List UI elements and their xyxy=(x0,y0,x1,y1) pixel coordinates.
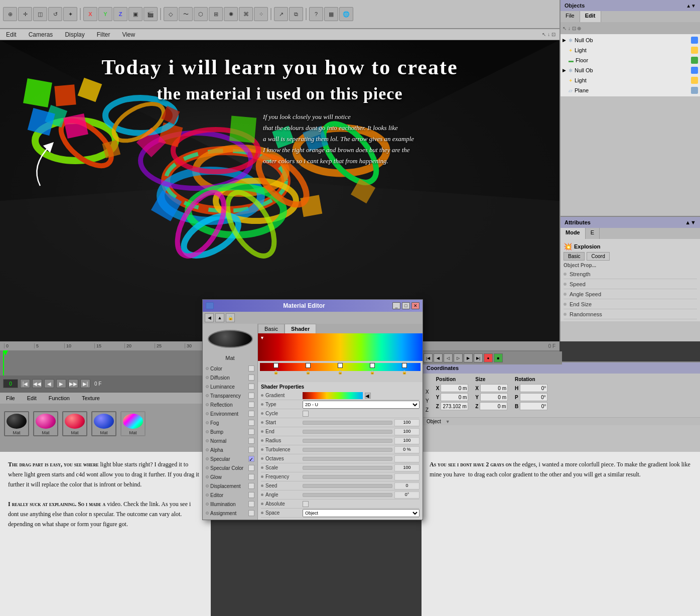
prop-check-diffusion[interactable] xyxy=(248,375,254,381)
prop-check-env[interactable] xyxy=(248,411,254,417)
play-end-btn[interactable]: ▶| xyxy=(80,379,90,388)
tab-basic[interactable]: Basic xyxy=(258,324,285,333)
prop-check-assignment[interactable] xyxy=(248,510,254,516)
frequency-slider[interactable] xyxy=(303,475,392,479)
prop-check-bump[interactable] xyxy=(248,429,254,435)
mat-item-0[interactable]: Mat xyxy=(4,411,29,436)
pb-next[interactable]: ▶ xyxy=(464,353,473,362)
seed-slider[interactable] xyxy=(303,484,392,488)
radius-slider[interactable] xyxy=(303,439,392,443)
menu-view[interactable]: View xyxy=(120,30,137,39)
prop-check-normal[interactable] xyxy=(248,438,254,444)
tab-edit[interactable]: Edit xyxy=(580,11,601,22)
radius-val[interactable]: 100 xyxy=(394,437,419,444)
prop-check-specular[interactable]: ✓ xyxy=(248,456,254,462)
grad-stop-1[interactable]: 🔒 xyxy=(306,363,311,368)
gradient-swatch[interactable] xyxy=(303,392,363,399)
cycle-check[interactable] xyxy=(303,411,309,417)
space-select[interactable]: Object xyxy=(303,509,419,517)
prop-check-editor[interactable] xyxy=(248,492,254,498)
clap-icon[interactable]: 🎬 xyxy=(144,7,158,21)
pb-prev[interactable]: ◀ xyxy=(434,353,443,362)
menu-edit[interactable]: Edit xyxy=(4,30,19,39)
rotate-icon[interactable]: ◫ xyxy=(33,7,47,21)
scale-val[interactable]: 100 xyxy=(394,464,419,471)
prop-check-reflection[interactable] xyxy=(248,402,254,408)
end-slider[interactable] xyxy=(303,430,392,434)
win-close[interactable]: ✕ xyxy=(411,302,419,309)
win-minimize[interactable]: _ xyxy=(392,302,400,309)
mat-item-3[interactable]: Mat xyxy=(91,411,116,436)
grad-stop-3[interactable]: 🔒 xyxy=(370,363,375,368)
particle-icon[interactable]: ⁘ xyxy=(254,7,268,21)
p-rot-input[interactable] xyxy=(520,393,547,401)
mat-menu-edit[interactable]: Edit xyxy=(25,394,39,402)
next-btn[interactable]: ▶▶ xyxy=(68,379,78,388)
pb-record[interactable]: ● xyxy=(484,353,493,362)
snap-icon[interactable]: ▦ xyxy=(324,7,338,21)
end-val[interactable]: 100 xyxy=(394,428,419,435)
y-size-input[interactable] xyxy=(480,393,508,401)
prop-check-luminance[interactable] xyxy=(248,384,254,390)
pb-play-fwd[interactable]: ▷ xyxy=(454,353,463,362)
spline-icon[interactable]: 〜 xyxy=(179,7,193,21)
tab-mode[interactable]: Mode xyxy=(561,228,586,239)
list-item[interactable]: ▱ Plane xyxy=(561,85,700,95)
x-size-input[interactable] xyxy=(480,384,508,392)
z-pos-input[interactable] xyxy=(441,402,468,410)
scale-slider[interactable] xyxy=(303,466,392,470)
z-size-input[interactable] xyxy=(480,402,507,410)
frame-input[interactable] xyxy=(3,379,18,388)
prop-check-fog[interactable] xyxy=(248,420,254,426)
prev-btn[interactable]: ◀ xyxy=(44,379,54,388)
play-btn[interactable]: ▶ xyxy=(56,379,66,388)
dynamics-icon[interactable]: ⌘ xyxy=(239,7,253,21)
move-icon[interactable]: ⊕ xyxy=(3,7,17,21)
mat-item-4[interactable]: Mat xyxy=(120,411,146,436)
list-item[interactable]: ▶ ✱ Null Ob xyxy=(561,35,700,45)
type-select[interactable]: 2D - U xyxy=(303,401,419,409)
list-item[interactable]: ✦ Light xyxy=(561,75,700,85)
y-icon[interactable]: Y xyxy=(98,7,112,21)
pb-green[interactable]: ■ xyxy=(494,353,503,362)
effector-icon[interactable]: ✺ xyxy=(224,7,238,21)
me-arrow-left[interactable]: ◀ xyxy=(205,313,214,322)
menu-display[interactable]: Display xyxy=(63,30,86,39)
prop-check-color[interactable] xyxy=(248,365,254,372)
mat-menu-function[interactable]: Function xyxy=(47,394,72,402)
me-lock[interactable]: 🔒 xyxy=(226,313,235,322)
prev-frame-btn[interactable]: ◀◀ xyxy=(32,379,42,388)
mat-item-2[interactable]: Mat xyxy=(62,411,87,436)
absolute-check[interactable] xyxy=(303,501,309,507)
prop-check-illumination[interactable] xyxy=(248,501,254,507)
pb-end[interactable]: ▶| xyxy=(474,353,483,362)
menu-filter[interactable]: Filter xyxy=(95,30,112,39)
angle-slider[interactable] xyxy=(303,493,392,497)
octaves-val[interactable] xyxy=(394,455,419,462)
prop-check-displacement[interactable] xyxy=(248,483,254,489)
tab-shader[interactable]: Shader xyxy=(285,324,316,333)
scale-icon[interactable]: ✛ xyxy=(18,7,32,21)
me-arrow-up[interactable]: ▲ xyxy=(215,313,224,322)
add-icon[interactable]: ✦ xyxy=(63,7,77,21)
start-slider[interactable] xyxy=(303,421,392,425)
prop-check-transparency[interactable] xyxy=(248,393,254,399)
render-icon[interactable]: 🌐 xyxy=(339,7,353,21)
prop-check-glow[interactable] xyxy=(248,474,254,480)
mat-item-1[interactable]: Mat xyxy=(33,411,58,436)
cursor-icon[interactable]: ↺ xyxy=(48,7,62,21)
tab-coord[interactable]: Coord xyxy=(587,252,609,261)
pb-play-rev[interactable]: ◁ xyxy=(444,353,453,362)
grad-stop-2[interactable]: 🔒 xyxy=(338,363,343,368)
turbulence-val[interactable]: 0 % xyxy=(394,446,419,453)
menu-cameras[interactable]: Cameras xyxy=(27,30,55,39)
b-rot-input[interactable] xyxy=(520,402,547,410)
start-val[interactable]: 100 xyxy=(394,419,419,426)
polygon-icon[interactable]: ◇ xyxy=(164,7,178,21)
y-pos-input[interactable] xyxy=(441,393,468,401)
tab-basic[interactable]: Basic xyxy=(564,252,585,261)
nurbs-icon[interactable]: ⬡ xyxy=(194,7,208,21)
x-icon[interactable]: X xyxy=(83,7,97,21)
turbulence-slider[interactable] xyxy=(303,448,392,452)
list-item[interactable]: ▶ ✱ Null Ob xyxy=(561,65,700,75)
